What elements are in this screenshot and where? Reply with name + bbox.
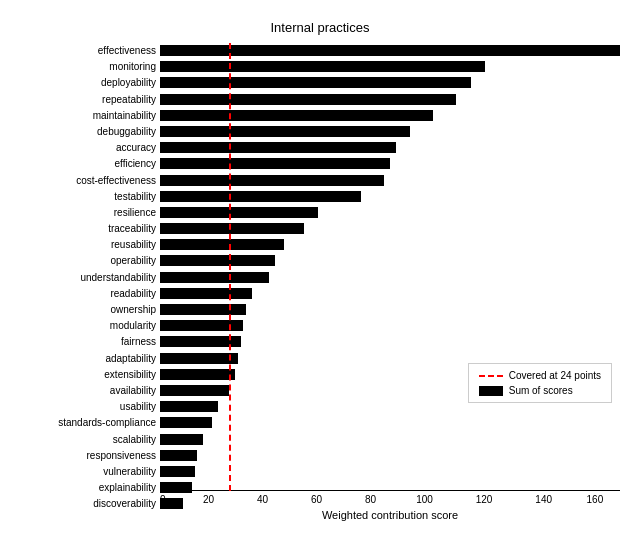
bar-label: operability xyxy=(6,255,156,266)
bar xyxy=(160,385,229,396)
bar-label: efficiency xyxy=(6,158,156,169)
legend: Covered at 24 points Sum of scores xyxy=(468,363,612,403)
x-tick: 0 xyxy=(160,494,166,505)
bar-row: responsiveness xyxy=(160,448,620,463)
bar-row: debuggability xyxy=(160,124,620,139)
bar xyxy=(160,272,269,283)
bar-label: discoverability xyxy=(6,498,156,509)
bar-label: resilience xyxy=(6,207,156,218)
chart-container: Internal practices effectivenessmonitori… xyxy=(0,0,640,538)
chart-title: Internal practices xyxy=(20,20,620,35)
bar-row: explainability xyxy=(160,480,620,495)
legend-dashed-icon xyxy=(479,375,503,377)
bar xyxy=(160,239,284,250)
bar xyxy=(160,223,304,234)
bar-label: fairness xyxy=(6,336,156,347)
legend-dashed-label: Covered at 24 points xyxy=(509,370,601,381)
legend-item-solid: Sum of scores xyxy=(479,385,601,396)
bar-label: cost-effectiveness xyxy=(6,175,156,186)
bar-row: standards-compliance xyxy=(160,415,620,430)
bar-label: testability xyxy=(6,191,156,202)
bar-label: extensibility xyxy=(6,369,156,380)
bar xyxy=(160,45,620,56)
bar xyxy=(160,401,218,412)
bar xyxy=(160,142,396,153)
bar-label: reusability xyxy=(6,239,156,250)
bar-row: scalability xyxy=(160,432,620,447)
bar xyxy=(160,61,485,72)
legend-solid-icon xyxy=(479,386,503,396)
x-tick: 160 xyxy=(587,494,604,505)
bar-row: traceability xyxy=(160,221,620,236)
chart-area: effectivenessmonitoringdeployabilityrepe… xyxy=(160,43,620,463)
bar-label: monitoring xyxy=(6,61,156,72)
bar-row: testability xyxy=(160,189,620,204)
bar-label: maintainability xyxy=(6,110,156,121)
bar xyxy=(160,434,203,445)
bar xyxy=(160,369,235,380)
x-tick: 20 xyxy=(203,494,214,505)
bar-label: modularity xyxy=(6,320,156,331)
bar-row: maintainability xyxy=(160,108,620,123)
bar-label: accuracy xyxy=(6,142,156,153)
x-axis xyxy=(160,490,620,491)
bar xyxy=(160,353,238,364)
bar-row: reusability xyxy=(160,237,620,252)
bar-row: vulnerability xyxy=(160,464,620,479)
bar xyxy=(160,336,241,347)
bar-row: cost-effectiveness xyxy=(160,173,620,188)
bar-label: readability xyxy=(6,288,156,299)
x-tick: 80 xyxy=(365,494,376,505)
x-ticks: 020406080100120140160 xyxy=(160,494,620,505)
legend-item-dashed: Covered at 24 points xyxy=(479,370,601,381)
bar-label: adaptability xyxy=(6,353,156,364)
bar xyxy=(160,94,456,105)
bar-row: modularity xyxy=(160,318,620,333)
bar-label: traceability xyxy=(6,223,156,234)
bar-label: effectiveness xyxy=(6,45,156,56)
bar-label: standards-compliance xyxy=(6,417,156,428)
bar-row: ownership xyxy=(160,302,620,317)
bar xyxy=(160,482,192,493)
bar xyxy=(160,126,410,137)
bar-row: accuracy xyxy=(160,140,620,155)
x-tick: 40 xyxy=(257,494,268,505)
bar-row: efficiency xyxy=(160,156,620,171)
bar xyxy=(160,158,390,169)
bar-row: resilience xyxy=(160,205,620,220)
bar-label: ownership xyxy=(6,304,156,315)
bar-label: usability xyxy=(6,401,156,412)
bar-label: debuggability xyxy=(6,126,156,137)
x-tick: 120 xyxy=(476,494,493,505)
x-axis-label: Weighted contribution score xyxy=(322,509,458,521)
bar-row: understandability xyxy=(160,270,620,285)
bar xyxy=(160,466,195,477)
bar-label: vulnerability xyxy=(6,466,156,477)
bar-row: deployability xyxy=(160,75,620,90)
bar xyxy=(160,255,275,266)
bar xyxy=(160,320,243,331)
bar-label: repeatability xyxy=(6,94,156,105)
bar xyxy=(160,191,361,202)
bar-label: availability xyxy=(6,385,156,396)
bar-label: explainability xyxy=(6,482,156,493)
bar-row: operability xyxy=(160,253,620,268)
x-tick: 60 xyxy=(311,494,322,505)
bar xyxy=(160,110,433,121)
x-tick: 140 xyxy=(535,494,552,505)
bar xyxy=(160,175,384,186)
bar xyxy=(160,304,246,315)
bar xyxy=(160,417,212,428)
bar-label: scalability xyxy=(6,434,156,445)
bar-label: responsiveness xyxy=(6,450,156,461)
bar-row: monitoring xyxy=(160,59,620,74)
bar-label: understandability xyxy=(6,272,156,283)
bar xyxy=(160,288,252,299)
x-tick: 100 xyxy=(416,494,433,505)
bar-row: fairness xyxy=(160,334,620,349)
bar-row: readability xyxy=(160,286,620,301)
bar-label: deployability xyxy=(6,77,156,88)
bar-row: repeatability xyxy=(160,92,620,107)
bar-row: effectiveness xyxy=(160,43,620,58)
bar xyxy=(160,77,471,88)
